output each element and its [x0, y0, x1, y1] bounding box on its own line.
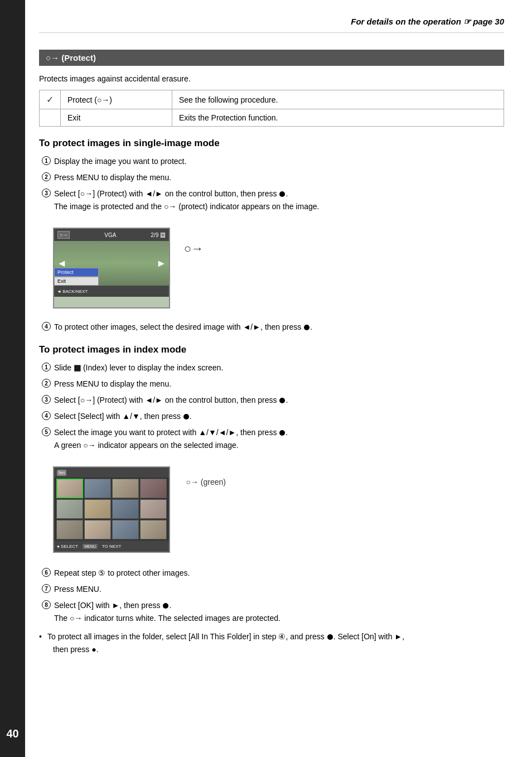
index-thumb	[140, 479, 167, 498]
bullet-icon	[327, 634, 333, 640]
index-thumb	[84, 520, 111, 539]
protect-info-table: ✓ Protect (○→) See the following procedu…	[39, 90, 504, 127]
list-item: 1 Slide ▦ (Index) lever to display the i…	[42, 362, 504, 374]
index-next-label: TO NEXT	[102, 544, 122, 549]
table-cell-label: Exit	[61, 109, 172, 127]
cam-menu-exit[interactable]: Exit	[54, 277, 99, 286]
bullet-icon	[183, 414, 189, 420]
single-mode-steps: 1 Display the image you want to protect.…	[39, 156, 504, 213]
single-mode-heading: To protect images in single-image mode	[39, 138, 504, 149]
list-item: 3 Select [○→] (Protect) with ◄/► on the …	[42, 394, 504, 406]
cam-top-bar: ○→ VGA 2/9 🖼	[54, 229, 169, 241]
protect-symbol-float: ○→	[184, 242, 204, 256]
step-number: 7	[42, 584, 51, 593]
index-thumb	[84, 479, 111, 498]
list-item: 6 Repeat step ⑤ to protect other images.	[42, 567, 504, 579]
index-thumb	[112, 479, 139, 498]
camera-screen-single-wrapper: ○→ VGA 2/9 🖼 ◄ ► Protect Exit ◄ BACK/NEX…	[39, 219, 170, 317]
step-number: 5	[42, 427, 51, 436]
step-number: 3	[42, 395, 51, 404]
step-number: 4	[42, 411, 51, 420]
camera-screen-index: 9m ● SELECT MENU TO NEXT	[53, 466, 170, 553]
section-description: Protects images against accidental erasu…	[39, 74, 504, 83]
index-thumb	[56, 499, 83, 519]
camera-screen-index-wrapper: 9m ● SELECT MENU TO NEXT	[39, 458, 170, 561]
bullet-note: To protect all images in the folder, sel…	[39, 631, 504, 655]
cam-back-label: ◄ BACK/NEXT	[57, 289, 88, 294]
cam-vga-label: VGA	[104, 232, 116, 238]
cam-bottom-bar: ◄ BACK/NEXT	[54, 286, 169, 297]
index-bottom-bar: ● SELECT MENU TO NEXT	[54, 541, 169, 552]
cam-menu-protect[interactable]: Protect	[54, 268, 99, 277]
step-sub-text: The image is protected and the ○→ (prote…	[54, 201, 504, 213]
list-item: 2 Press MENU to display the menu.	[42, 172, 504, 184]
list-item: 4 Select [Select] with ▲/▼, then press .	[42, 411, 504, 422]
index-menu-label: MENU	[83, 544, 98, 549]
bullet-note-text: To protect all images in the folder, sel…	[47, 632, 404, 641]
step-number: 1	[42, 363, 51, 372]
step-text: Select [OK] with ►, then press .	[54, 601, 171, 610]
cam-right-arrow-icon: ►	[156, 258, 166, 269]
step-text: Display the image you want to protect.	[54, 157, 186, 166]
table-cell-desc: Exits the Protection function.	[172, 109, 504, 127]
step-number: 3	[42, 189, 51, 197]
index-thumb	[112, 520, 139, 539]
step-number: 2	[42, 172, 51, 181]
step-text: Press MENU.	[54, 585, 101, 594]
cam-image-area: ◄ ► Protect Exit	[54, 241, 169, 286]
step-sub-text: A green ○→ indicator appears on the sele…	[54, 440, 504, 451]
step-text: To protect other images, select the desi…	[54, 322, 312, 331]
table-row: Exit Exits the Protection function.	[40, 109, 504, 127]
index-select-label: ● SELECT	[57, 544, 78, 549]
index-mode-heading: To protect images in index mode	[39, 344, 504, 355]
table-cell-desc: See the following procedure.	[172, 90, 504, 109]
table-cell-label: Protect (○→)	[61, 90, 172, 109]
index-thumb	[56, 520, 83, 539]
step-text: Select the image you want to protect wit…	[54, 428, 288, 437]
step-text: Press MENU to display the menu.	[54, 379, 171, 388]
cam-counter: 2/9 🖼	[151, 232, 166, 238]
table-cell-icon	[40, 109, 61, 127]
bullet-icon	[279, 430, 285, 436]
list-item: 1 Display the image you want to protect.	[42, 156, 504, 167]
index-num-badge: 9m	[57, 470, 66, 476]
page-header: For details on the operation ☞ page 30	[39, 17, 504, 33]
step-text: Press MENU to display the menu.	[54, 173, 171, 182]
index-top-bar: 9m	[54, 467, 169, 478]
section-title: ○→ (Protect)	[46, 53, 96, 62]
cam-menu-overlay: Protect Exit	[54, 268, 99, 286]
step-number: 4	[42, 322, 51, 331]
check-icon: ✓	[46, 95, 54, 104]
single-mode-step4: 4 To protect other images, select the de…	[39, 321, 504, 333]
list-item: 8 Select [OK] with ►, then press . The ○…	[42, 600, 504, 624]
step-number: 2	[42, 379, 51, 388]
list-item: 5 Select the image you want to protect w…	[42, 427, 504, 451]
index-grid	[54, 467, 169, 552]
index-thumb	[84, 499, 111, 519]
step-text: Select [○→] (Protect) with ◄/► on the co…	[54, 189, 288, 198]
table-cell-icon: ✓	[40, 90, 61, 109]
index-thumb	[56, 479, 83, 498]
step-number: 6	[42, 568, 51, 577]
then-press-text: then press ●.	[47, 644, 504, 655]
bullet-icon	[279, 191, 285, 197]
index-thumb	[112, 499, 139, 519]
header-text: For details on the operation ☞ page 30	[351, 17, 504, 26]
cam-protect-badge: ○→	[57, 231, 70, 239]
bullet-icon	[304, 325, 309, 330]
index-mode-steps: 1 Slide ▦ (Index) lever to display the i…	[39, 362, 504, 451]
table-row: ✓ Protect (○→) See the following procedu…	[40, 90, 504, 109]
step-sub-text: The ○→ indicator turns white. The select…	[54, 613, 504, 624]
list-item: 3 Select [○→] (Protect) with ◄/► on the …	[42, 188, 504, 213]
step-text: Repeat step ⑤ to protect other images.	[54, 568, 190, 577]
step-text: Select [○→] (Protect) with ◄/► on the co…	[54, 396, 288, 404]
index-protect-symbol: ○→ (green)	[186, 478, 226, 486]
section-title-bar: ○→ (Protect)	[39, 50, 504, 66]
index-mode-steps-cont: 6 Repeat step ⑤ to protect other images.…	[39, 567, 504, 624]
index-thumb	[140, 520, 167, 539]
step-number: 1	[42, 156, 51, 165]
step-text: Select [Select] with ▲/▼, then press .	[54, 412, 192, 421]
step-text: Slide ▦ (Index) lever to display the ind…	[54, 363, 223, 372]
index-thumb	[140, 499, 167, 519]
list-item: 4 To protect other images, select the de…	[42, 321, 504, 333]
